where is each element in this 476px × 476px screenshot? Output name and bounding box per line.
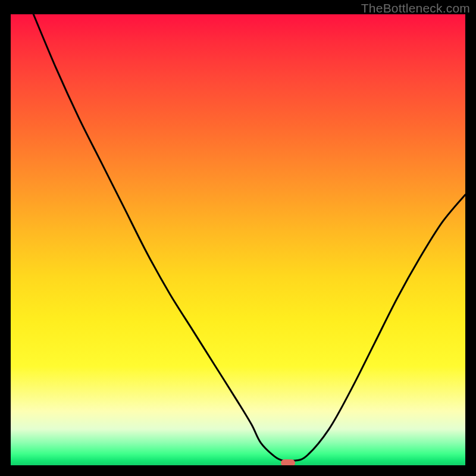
plot-area	[11, 14, 465, 465]
watermark-text: TheBottleneck.com	[361, 1, 470, 15]
chart-frame: TheBottleneck.com	[0, 0, 476, 476]
optimal-marker	[281, 459, 295, 465]
bottleneck-curve	[33, 14, 465, 461]
curve-layer	[11, 14, 465, 465]
